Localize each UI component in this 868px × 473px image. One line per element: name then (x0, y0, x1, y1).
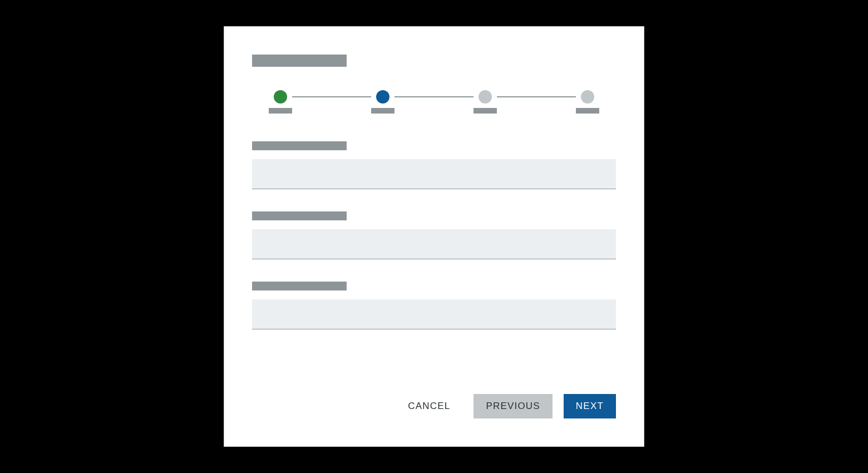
step-dot-active-icon (376, 90, 389, 104)
step-2[interactable] (371, 90, 394, 114)
step-dot-completed-icon (274, 90, 287, 104)
field-3-label-placeholder (252, 282, 347, 290)
step-2-label (371, 108, 394, 114)
step-connector (292, 96, 371, 97)
stepper (252, 90, 616, 114)
form-field-3 (252, 282, 616, 329)
step-3[interactable] (474, 90, 497, 114)
cancel-button[interactable]: CANCEL (396, 394, 462, 418)
step-connector (497, 96, 576, 97)
step-1-label (269, 108, 292, 114)
field-2-input[interactable] (252, 229, 616, 259)
form-field-2 (252, 211, 616, 259)
dialog-footer-buttons: CANCEL PREVIOUS NEXT (252, 394, 616, 418)
step-dot-pending-icon (479, 90, 492, 104)
form-field-1 (252, 141, 616, 189)
field-1-label-placeholder (252, 141, 347, 150)
step-dot-pending-icon (581, 90, 594, 104)
field-2-label-placeholder (252, 211, 347, 220)
wizard-dialog: CANCEL PREVIOUS NEXT (224, 26, 644, 447)
step-3-label (474, 108, 497, 114)
field-1-input[interactable] (252, 159, 616, 189)
field-3-input[interactable] (252, 299, 616, 329)
previous-button[interactable]: PREVIOUS (474, 394, 552, 418)
next-button[interactable]: NEXT (564, 394, 616, 418)
step-4[interactable] (576, 90, 599, 114)
step-connector (394, 96, 474, 97)
dialog-title-placeholder (252, 55, 347, 67)
step-4-label (576, 108, 599, 114)
step-1[interactable] (269, 90, 292, 114)
